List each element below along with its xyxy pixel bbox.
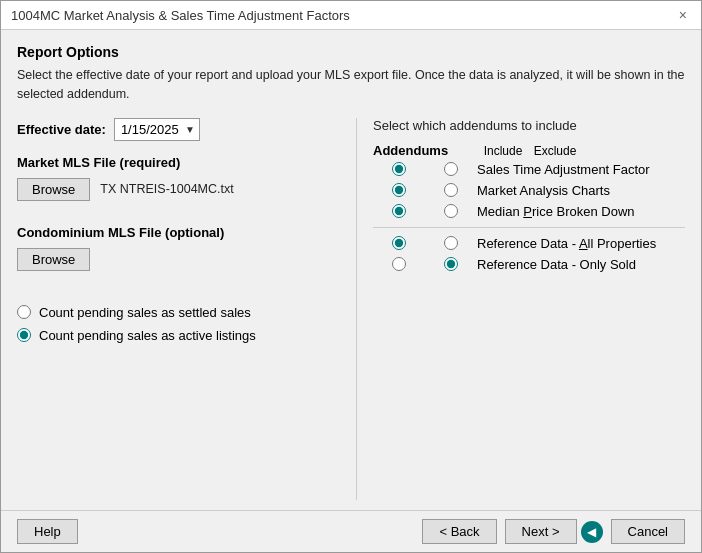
content-area: Report Options Select the effective date…: [1, 30, 701, 510]
staf-exclude-radio-wrapper: [425, 162, 477, 176]
spacer-1: [17, 215, 340, 225]
rdos-name: Reference Data - Only Sold: [477, 257, 685, 272]
radio-settled-row: Count pending sales as settled sales: [17, 305, 340, 320]
rdos-exclude-radio-wrapper: [425, 257, 477, 271]
staf-exclude-radio[interactable]: [444, 162, 458, 176]
mpbd-include-radio-wrapper: [373, 204, 425, 218]
footer: Help < Back Next > ◀ Cancel: [1, 510, 701, 552]
help-button[interactable]: Help: [17, 519, 78, 544]
col-include-header: Include: [477, 144, 529, 158]
staf-include-radio[interactable]: [392, 162, 406, 176]
col-exclude-header: Exclude: [529, 144, 581, 158]
next-btn-wrapper: Next > ◀: [505, 519, 603, 544]
next-arrow-icon: ◀: [581, 521, 603, 543]
title-bar: 1004MC Market Analysis & Sales Time Adju…: [1, 1, 701, 30]
rdap-exclude-radio[interactable]: [444, 236, 458, 250]
condo-mls-heading: Condominium MLS File (optional): [17, 225, 340, 240]
mpbd-name: Median Price Broken Down: [477, 204, 685, 219]
effective-date-label: Effective date:: [17, 122, 106, 137]
radio-pending-settled[interactable]: [17, 305, 31, 319]
market-browse-button[interactable]: Browse: [17, 178, 90, 201]
radio-active-label[interactable]: Count pending sales as active listings: [39, 328, 256, 343]
mac-include-radio-wrapper: [373, 183, 425, 197]
mac-name: Market Analysis Charts: [477, 183, 685, 198]
description-text: Select the effective date of your report…: [17, 66, 685, 104]
market-browse-row: Browse TX NTREIS-1004MC.txt: [17, 178, 340, 201]
condo-browse-row: Browse: [17, 248, 340, 271]
rdos-include-radio[interactable]: [392, 257, 406, 271]
mpbd-include-radio[interactable]: [392, 204, 406, 218]
addendum-row-mac: Market Analysis Charts: [373, 183, 685, 198]
mac-exclude-radio-wrapper: [425, 183, 477, 197]
next-button[interactable]: Next >: [505, 519, 577, 544]
report-options-heading: Report Options: [17, 44, 685, 60]
radio-pending-active[interactable]: [17, 328, 31, 342]
mpbd-exclude-radio[interactable]: [444, 204, 458, 218]
footer-right: < Back Next > ◀ Cancel: [422, 519, 685, 544]
cancel-button[interactable]: Cancel: [611, 519, 685, 544]
rdap-include-radio[interactable]: [392, 236, 406, 250]
addendums-divider: [373, 227, 685, 228]
condo-browse-button[interactable]: Browse: [17, 248, 90, 271]
addendum-row-rdap: Reference Data - All Properties: [373, 236, 685, 251]
effective-date-row: Effective date: 1/15/2025 ▼: [17, 118, 340, 141]
addendum-row-staf: Sales Time Adjustment Factor: [373, 162, 685, 177]
effective-date-select[interactable]: 1/15/2025: [114, 118, 200, 141]
addendum-row-rdos: Reference Data - Only Sold: [373, 257, 685, 272]
addendums-col-label: Addendums: [373, 143, 477, 158]
main-window: 1004MC Market Analysis & Sales Time Adju…: [0, 0, 702, 553]
pending-sales-radio-group: Count pending sales as settled sales Cou…: [17, 305, 340, 343]
rdos-exclude-radio[interactable]: [444, 257, 458, 271]
left-panel: Effective date: 1/15/2025 ▼ Market MLS F…: [17, 118, 357, 501]
spacer-2: [17, 285, 340, 295]
radio-active-row: Count pending sales as active listings: [17, 328, 340, 343]
window-title: 1004MC Market Analysis & Sales Time Adju…: [11, 8, 350, 23]
main-body: Effective date: 1/15/2025 ▼ Market MLS F…: [17, 118, 685, 501]
rdap-name: Reference Data - All Properties: [477, 236, 685, 251]
addendums-col-headers: Addendums Include Exclude: [373, 143, 685, 158]
market-file-name: TX NTREIS-1004MC.txt: [100, 182, 233, 196]
staf-name: Sales Time Adjustment Factor: [477, 162, 685, 177]
rdos-include-radio-wrapper: [373, 257, 425, 271]
mpbd-exclude-radio-wrapper: [425, 204, 477, 218]
close-button[interactable]: ×: [675, 7, 691, 23]
rdap-exclude-radio-wrapper: [425, 236, 477, 250]
back-button[interactable]: < Back: [422, 519, 496, 544]
addendums-heading: Select which addendums to include: [373, 118, 685, 133]
footer-left: Help: [17, 519, 78, 544]
staf-include-radio-wrapper: [373, 162, 425, 176]
rdap-include-radio-wrapper: [373, 236, 425, 250]
mac-include-radio[interactable]: [392, 183, 406, 197]
mac-exclude-radio[interactable]: [444, 183, 458, 197]
radio-settled-label[interactable]: Count pending sales as settled sales: [39, 305, 251, 320]
right-panel: Select which addendums to include Addend…: [357, 118, 685, 501]
market-mls-heading: Market MLS File (required): [17, 155, 340, 170]
effective-date-wrapper: 1/15/2025 ▼: [114, 118, 200, 141]
addendum-row-mpbd: Median Price Broken Down: [373, 204, 685, 219]
